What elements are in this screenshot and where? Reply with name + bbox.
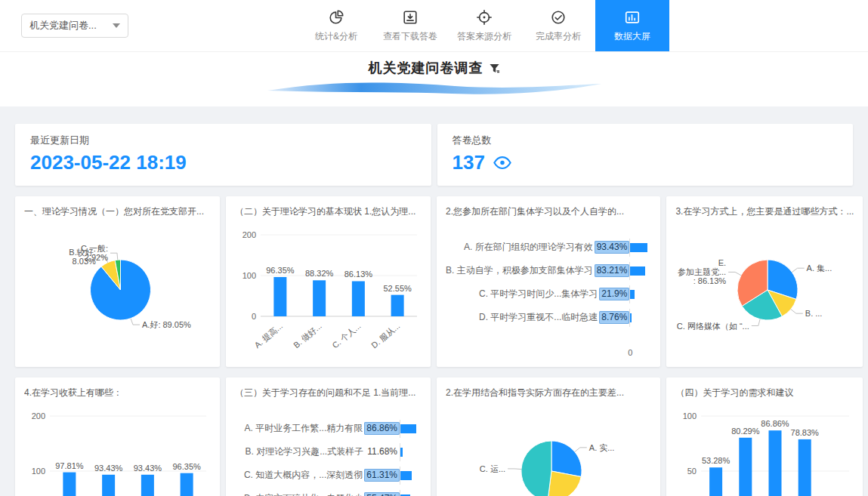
chart-canvas[interactable]: A. 集...B. ...C. 网络媒体（如 “...E.参加主题党...: 8… [675,220,854,357]
nav-label: 完成率分析 [536,30,581,43]
chart-card-q4-pie: 3.在学习方式上，您主要是通过哪些方式：... A. 集...B. ...C. … [666,196,863,367]
download-icon [402,9,419,26]
svg-text:88.32%: 88.32% [305,269,334,278]
pie-chart-icon [328,9,344,26]
chart-canvas[interactable]: A. 实...C. 运... [446,401,651,496]
chart-card-q8-bar: （四）关于学习的需求和建议 05010053.28%80.29%86.86%78… [666,377,863,496]
svg-text:100: 100 [683,411,697,421]
hbar-value-label: 21.9% [599,288,629,300]
chart-canvas[interactable]: 010020096.35%A. 提高...88.32%B. 做好...86.13… [235,220,422,357]
nav-label: 数据大屏 [614,30,650,43]
chart-title: 3.在学习方式上，您主要是通过哪些方式：... [675,205,854,218]
hbar-row: C. 平时学习时间少...集体学习21.9% [446,285,651,303]
hbar-bar [400,471,412,480]
svg-text:A. 集...: A. 集... [807,263,832,273]
svg-text:50: 50 [687,467,697,476]
svg-text:52.55%: 52.55% [383,284,412,293]
svg-text:200: 200 [242,230,256,239]
chart-title: （三）关于学习存在的问题和不足 1.当前理... [235,387,422,399]
nav-answer-source-analysis[interactable]: 答案来源分析 [447,0,521,51]
svg-text:0: 0 [252,312,256,321]
chart-card-q6-hbar: （三）关于学习存在的问题和不足 1.当前理... A. 平时业务工作繁...精力… [226,377,431,496]
svg-text:96.35%: 96.35% [172,462,201,471]
chart-card-q5-bar: 4.在学习收获上有哪些： 010020097.81%93.43%93.43%96… [15,377,220,496]
chart-svg: A. 集...B. ...C. 网络媒体（如 “...E.参加主题党...: 8… [675,220,854,357]
page-title: 机关党建问卷调查 [369,59,483,77]
stat-label: 最近更新日期 [30,134,416,147]
hbar-value-label: 61.31% [364,469,400,482]
chart-canvas[interactable]: A. 平时业务工作繁...精力有限86.86%B. 对理论学习兴趣...式装样子… [235,401,422,496]
chart-card-q2-bar: （二）关于理论学习的基本现状 1.您认为理... 010020096.35%A.… [226,196,431,367]
nav-completion-rate-analysis[interactable]: 完成率分析 [521,0,595,51]
page-header: 机关党建问卷调查 [0,52,868,106]
svg-text:100: 100 [32,467,45,476]
topbar: 机关党建问卷... 统计&分析 查看下载答卷 答案来源分析 完成率分析 [0,0,868,52]
hbar-row: B. 主动自学，积极参加支部集体学习83.21% [446,262,651,280]
eye-icon[interactable] [493,156,511,169]
stat-card-total-answers: 答卷总数 137 [437,124,854,186]
filter-icon[interactable] [489,63,500,74]
hbar-row: C. 知道大概内容，...深刻透彻61.31% [235,467,422,485]
top-nav: 统计&分析 查看下载答卷 答案来源分析 完成率分析 数据大屏 [299,0,669,51]
svg-text:86.13%: 86.13% [344,270,373,279]
svg-text:C. 运...: C. 运... [480,464,505,473]
hbar-bar [400,424,416,433]
nav-label: 统计&分析 [315,30,357,43]
hbar-row: D. 内容方面碎片化...专题化少55.47% [235,490,422,496]
chart-canvas[interactable]: 010020097.81%93.43%93.43%96.35% [24,401,211,496]
chart-svg: 010020097.81%93.43%93.43%96.35% [24,401,211,496]
svg-text:C.一般:2.92%: C.一般:2.92% [81,244,108,262]
stats-row: 最近更新日期 2023-05-22 18:19 答卷总数 137 [15,124,853,186]
chart-canvas[interactable]: A.好: 89.05%B.较好:8.03%C.一般:2.92% [24,220,211,357]
svg-text:100: 100 [242,271,256,280]
nav-view-download-answers[interactable]: 查看下载答卷 [373,0,447,51]
target-icon [476,9,493,26]
hbar-value-label: 93.43% [595,241,630,254]
svg-text:86.86%: 86.86% [761,419,790,428]
survey-select-value: 机关党建问卷... [29,19,97,32]
charts-grid: 一、理论学习情况（一）您对所在党支部开... A.好: 89.05%B.较好:8… [15,196,853,496]
hbar-value-label: 8.76% [599,311,629,324]
chart-title: （四）关于学习的需求和建议 [675,387,854,399]
nav-label: 查看下载答卷 [383,30,437,43]
hbar-axis-zero: 0 [628,348,632,357]
svg-text:A.好: 89.05%: A.好: 89.05% [142,320,191,329]
svg-text:B. ...: B. ... [805,309,823,318]
svg-text:A. 提高...: A. 提高... [252,321,284,350]
nav-label: 答案来源分析 [457,30,511,43]
hbar-value-label: 55.47% [364,492,400,496]
hbar-row: A. 平时业务工作繁...精力有限86.86% [235,420,422,438]
svg-text:E.参加主题党...: 86.13%: E.参加主题党...: 86.13% [678,258,726,285]
chevron-down-icon [113,23,120,28]
svg-text:80.29%: 80.29% [732,427,761,436]
chart-svg: A.好: 89.05%B.较好:8.03%C.一般:2.92% [24,220,211,357]
svg-text:53.28%: 53.28% [702,456,731,465]
swoosh-decoration [264,79,604,98]
chart-card-q3-hbar: 2.您参加所在部门集体学习以及个人自学的... A. 所在部门组织的理论学习有效… [437,196,660,367]
stat-label: 答卷总数 [453,134,839,147]
svg-text:C. 个人...: C. 个人... [330,321,362,350]
hbar-bar [630,313,632,322]
nav-stats-analysis[interactable]: 统计&分析 [299,0,373,51]
nav-data-screen[interactable]: 数据大屏 [595,0,669,51]
chart-canvas[interactable]: A. 所在部门组织的理论学习有效93.43%B. 主动自学，积极参加支部集体学习… [446,220,651,357]
hbar-bar [630,290,634,299]
hbar-row: D. 平时学习重视不...临时急速8.76% [446,309,651,327]
svg-text:93.43%: 93.43% [94,464,123,473]
hbar-row: A. 所在部门组织的理论学习有效93.43% [446,239,651,257]
hbar-bar [630,266,645,276]
svg-text:D. 服从...: D. 服从... [369,321,401,350]
svg-text:97.81%: 97.81% [55,461,84,470]
svg-text:200: 200 [32,411,45,421]
stat-value-last-updated: 2023-05-22 18:19 [30,151,416,174]
hbar-value-label: 11.68% [365,445,400,458]
svg-text:B. 做好...: B. 做好... [292,321,323,350]
chart-svg: 05010053.28%80.29%86.86%78.83%0% [675,401,854,496]
survey-select[interactable]: 机关党建问卷... [21,14,128,38]
chart-title: 2.您参加所在部门集体学习以及个人自学的... [446,205,651,218]
chart-title: 一、理论学习情况（一）您对所在党支部开... [24,205,211,218]
hbar-row: B. 对理论学习兴趣...式装样子11.68% [235,443,422,461]
chart-svg: A. 实...C. 运... [446,401,651,496]
chart-canvas[interactable]: 05010053.28%80.29%86.86%78.83%0% [675,401,854,496]
chart-svg: 010020096.35%A. 提高...88.32%B. 做好...86.13… [235,220,422,357]
